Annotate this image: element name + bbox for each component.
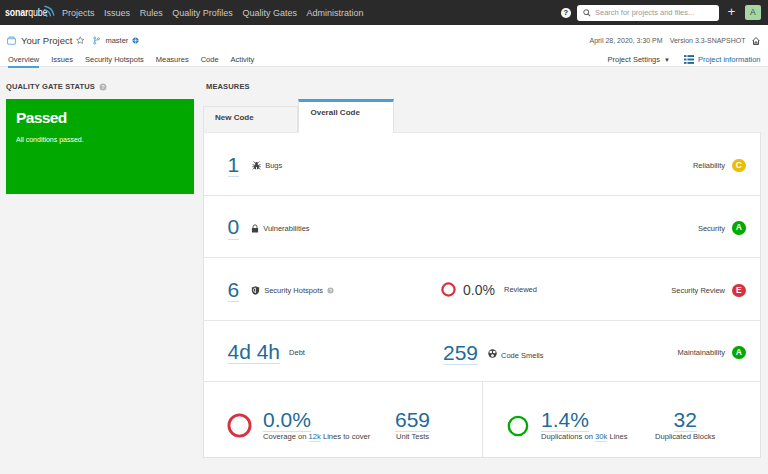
svg-text:?: ?	[101, 83, 104, 89]
svg-text:?: ?	[329, 288, 332, 293]
